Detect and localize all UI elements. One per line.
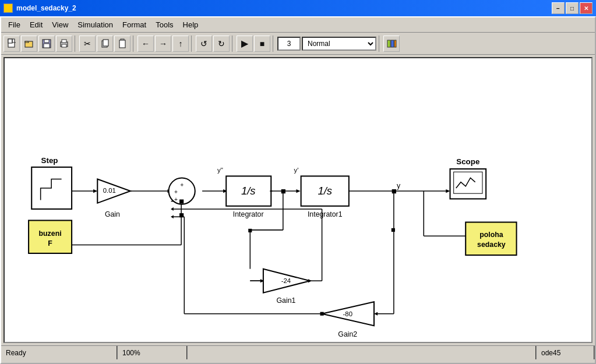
svg-text:Gain2: Gain2 xyxy=(338,330,357,338)
maximize-button[interactable]: □ xyxy=(566,2,579,14)
statusbar: Ready 100% ode45 xyxy=(1,345,595,359)
svg-rect-80 xyxy=(248,229,252,232)
copy-button[interactable] xyxy=(97,36,113,52)
menubar: File Edit View Simulation Format Tools H… xyxy=(1,17,595,33)
status-zoom: 100% xyxy=(118,346,188,359)
svg-text:Step: Step xyxy=(41,156,58,165)
new-button[interactable] xyxy=(3,36,20,52)
undo-button[interactable]: ↺ xyxy=(196,36,212,52)
svg-marker-17 xyxy=(93,189,97,193)
svg-rect-1 xyxy=(8,39,12,43)
svg-text:Gain1: Gain1 xyxy=(276,296,295,305)
toolbar-sep-1 xyxy=(75,36,77,52)
cut-button[interactable]: ✂ xyxy=(79,36,96,52)
window-title: model_sedacky_2 xyxy=(16,4,76,12)
window-controls: − □ ✕ xyxy=(552,2,593,14)
menu-help[interactable]: Help xyxy=(178,19,203,30)
print-button[interactable] xyxy=(56,36,72,52)
menu-view[interactable]: View xyxy=(47,19,73,30)
svg-text:+: + xyxy=(174,189,178,195)
toolbar-sep-5 xyxy=(273,36,275,52)
title-bar: model_sedacky_2 − □ ✕ xyxy=(0,0,596,16)
diagram-svg: Step 0.01 Gain + + + 1/s y'' Integrator … xyxy=(5,58,591,342)
svg-text:y': y' xyxy=(294,167,299,174)
menu-simulation[interactable]: Simulation xyxy=(73,19,118,30)
svg-text:buzeni: buzeni xyxy=(39,229,62,238)
svg-text:-80: -80 xyxy=(343,310,352,317)
svg-text:1/s: 1/s xyxy=(241,185,256,197)
minimize-button[interactable]: − xyxy=(552,2,565,14)
redo-button[interactable]: ↻ xyxy=(213,36,230,52)
svg-text:0.01: 0.01 xyxy=(103,187,116,194)
paste-button[interactable] xyxy=(114,36,131,52)
status-ready: Ready xyxy=(1,346,118,359)
svg-text:y: y xyxy=(397,182,401,190)
svg-rect-5 xyxy=(44,44,50,48)
svg-text:Gain: Gain xyxy=(105,210,120,218)
svg-text:Scope: Scope xyxy=(456,157,479,166)
svg-rect-84 xyxy=(392,228,395,232)
svg-text:sedacky: sedacky xyxy=(477,241,506,249)
menu-edit[interactable]: Edit xyxy=(25,19,47,30)
undo-fwd-button[interactable]: → xyxy=(155,36,171,52)
stop-button[interactable]: ■ xyxy=(254,36,270,52)
undo-back-button[interactable]: ← xyxy=(137,36,154,52)
svg-rect-10 xyxy=(103,40,108,46)
menu-file[interactable]: File xyxy=(3,19,25,30)
save-button[interactable] xyxy=(38,36,55,52)
up-button[interactable]: ↑ xyxy=(172,36,189,52)
svg-rect-4 xyxy=(44,40,49,43)
play-button[interactable]: ▶ xyxy=(237,36,253,52)
svg-text:1/s: 1/s xyxy=(318,185,332,197)
toolbar: ✂ ← → ↑ ↺ ↻ ▶ ■ Normal Accelerator Rapid… xyxy=(1,33,595,55)
svg-rect-15 xyxy=(394,40,396,47)
svg-marker-47 xyxy=(171,215,174,218)
close-button[interactable]: ✕ xyxy=(580,2,593,14)
svg-text:y'': y'' xyxy=(217,167,223,174)
svg-rect-14 xyxy=(391,40,394,47)
svg-text:F: F xyxy=(48,239,52,248)
open-button[interactable] xyxy=(21,36,37,52)
svg-rect-7 xyxy=(62,40,66,43)
svg-text:+: + xyxy=(180,182,184,188)
svg-text:+: + xyxy=(174,196,178,203)
canvas-area[interactable]: Step 0.01 Gain + + + 1/s y'' Integrator … xyxy=(3,57,593,343)
toolbar-sep-6 xyxy=(379,36,381,52)
toolbar-sep-4 xyxy=(232,36,234,52)
svg-rect-8 xyxy=(62,44,66,47)
svg-rect-92 xyxy=(392,189,396,193)
menu-format[interactable]: Format xyxy=(118,19,151,30)
svg-rect-13 xyxy=(387,40,390,47)
toolbar-sep-3 xyxy=(191,36,193,52)
svg-text:Integrator1: Integrator1 xyxy=(308,210,343,218)
svg-text:poloha: poloha xyxy=(479,231,503,239)
status-empty xyxy=(188,346,537,359)
app-icon xyxy=(3,3,13,13)
svg-rect-12 xyxy=(119,40,125,48)
svg-rect-89 xyxy=(179,213,184,217)
mode-select[interactable]: Normal Accelerator Rapid Accelerator xyxy=(302,37,376,51)
menu-tools[interactable]: Tools xyxy=(151,19,178,30)
status-solver: ode45 xyxy=(537,346,595,359)
svg-marker-27 xyxy=(446,189,450,193)
svg-marker-23 xyxy=(296,189,300,193)
sim-time-input[interactable] xyxy=(277,37,301,51)
svg-rect-85 xyxy=(320,312,324,316)
svg-rect-91 xyxy=(281,189,285,193)
svg-text:Integrator: Integrator xyxy=(233,210,264,218)
svg-marker-38 xyxy=(171,207,174,211)
main-window: File Edit View Simulation Format Tools H… xyxy=(0,16,596,364)
svg-text:-24: -24 xyxy=(281,277,291,284)
svg-rect-90 xyxy=(179,199,184,203)
toolbar-sep-2 xyxy=(133,36,135,52)
library-button[interactable] xyxy=(383,36,400,52)
